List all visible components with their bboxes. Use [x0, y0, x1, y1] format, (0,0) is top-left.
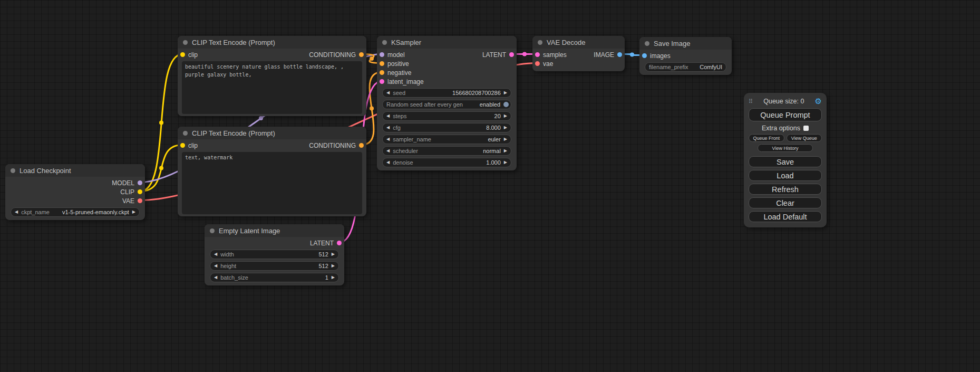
increment-arrow-icon[interactable]: ▶	[504, 91, 507, 95]
vae-input-slot[interactable]	[535, 61, 540, 66]
decrement-arrow-icon[interactable]: ◀	[386, 149, 390, 153]
queue-front-button[interactable]: Queue Front	[749, 134, 784, 142]
decrement-arrow-icon[interactable]: ◀	[386, 114, 390, 118]
node-title-bar[interactable]: Save Image	[639, 37, 732, 50]
drag-handle-icon[interactable]: ⠿	[749, 98, 753, 105]
graph-canvas[interactable]: Load Checkpoint MODEL CLIP VAE	[0, 0, 980, 372]
seed-widget[interactable]: ◀ seed 156680208700286 ▶	[382, 88, 511, 98]
node-title-bar[interactable]: VAE Decode	[532, 36, 625, 49]
positive-prompt-textarea[interactable]: beautiful scenery nature glass bottle la…	[182, 61, 362, 114]
increment-arrow-icon[interactable]: ▶	[504, 149, 507, 153]
save-button[interactable]: Save	[749, 156, 822, 167]
batch-size-widget[interactable]: ◀ batch_size 1 ▶	[210, 273, 339, 282]
sampler-name-widget[interactable]: ◀ sampler_name euler ▶	[382, 135, 511, 144]
conditioning-output-slot[interactable]	[359, 52, 364, 57]
input-label-clip: clip	[188, 142, 198, 149]
latent-output-slot[interactable]	[337, 241, 342, 245]
input-label-samples: samples	[543, 51, 567, 59]
widget-value: v1-5-pruned-emaonly.ckpt	[62, 209, 129, 215]
node-clip-text-encode-negative[interactable]: CLIP Text Encode (Prompt) clip CONDITION…	[178, 127, 366, 216]
node-load-checkpoint[interactable]: Load Checkpoint MODEL CLIP VAE	[5, 164, 145, 220]
decrement-arrow-icon[interactable]: ◀	[386, 160, 390, 165]
toggle-knob[interactable]	[503, 102, 509, 107]
collapse-dot[interactable]	[210, 228, 215, 233]
latent-output-slot[interactable]	[509, 52, 514, 57]
node-vae-decode[interactable]: VAE Decode samples IMAGE vae	[532, 36, 625, 71]
image-output-slot[interactable]	[617, 52, 622, 57]
collapse-dot[interactable]	[645, 41, 649, 46]
settings-gear-icon[interactable]: ⚙	[815, 97, 822, 106]
increment-arrow-icon[interactable]: ▶	[504, 137, 507, 141]
widget-label: steps	[393, 113, 406, 119]
node-title-bar[interactable]: KSampler	[377, 36, 517, 49]
widget-label: seed	[393, 90, 405, 96]
decrement-arrow-icon[interactable]: ◀	[214, 275, 217, 280]
node-title: CLIP Text Encode (Prompt)	[192, 39, 275, 46]
negative-prompt-textarea[interactable]: text, watermark	[182, 152, 362, 214]
collapse-dot[interactable]	[382, 40, 387, 45]
view-history-button[interactable]: View History	[758, 144, 813, 152]
node-title-bar[interactable]: Load Checkpoint	[5, 164, 145, 177]
node-title-bar[interactable]: CLIP Text Encode (Prompt)	[178, 127, 366, 139]
node-empty-latent-image[interactable]: Empty Latent Image LATENT ◀ width 512 ▶ …	[205, 224, 344, 285]
cfg-widget[interactable]: ◀ cfg 8.000 ▶	[382, 123, 511, 132]
collapse-dot[interactable]	[11, 168, 15, 173]
collapse-dot[interactable]	[183, 40, 188, 45]
decrement-arrow-icon[interactable]: ◀	[386, 91, 390, 95]
samples-input-slot[interactable]	[535, 52, 540, 57]
node-title: Save Image	[654, 40, 690, 47]
view-queue-button[interactable]: View Queue	[787, 134, 822, 142]
widget-value: 512	[318, 251, 328, 257]
decrement-arrow-icon[interactable]: ◀	[214, 264, 217, 268]
input-label-positive: positive	[387, 60, 409, 68]
widget-value: ComfyUI	[700, 64, 722, 70]
input-label-model: model	[387, 51, 405, 59]
height-widget[interactable]: ◀ height 512 ▶	[210, 261, 339, 271]
vae-output-slot[interactable]	[138, 198, 142, 203]
node-save-image[interactable]: Save Image images filename_prefix ComfyU…	[639, 37, 732, 75]
negative-input-slot[interactable]	[380, 70, 384, 75]
input-label-negative: negative	[387, 69, 411, 77]
model-output-slot[interactable]	[138, 180, 142, 185]
decrement-arrow-icon[interactable]: ◀	[15, 210, 18, 214]
clear-button[interactable]: Clear	[749, 197, 822, 208]
increment-arrow-icon[interactable]: ▶	[332, 264, 335, 268]
refresh-button[interactable]: Refresh	[749, 184, 822, 195]
random-seed-toggle-widget[interactable]: Random seed after every gen enabled	[382, 100, 511, 109]
clip-input-slot[interactable]	[180, 52, 185, 57]
increment-arrow-icon[interactable]: ▶	[504, 114, 507, 118]
decrement-arrow-icon[interactable]: ◀	[386, 137, 390, 141]
ckpt-name-widget[interactable]: ◀ ckpt_name v1-5-pruned-emaonly.ckpt ▶	[11, 207, 140, 217]
increment-arrow-icon[interactable]: ▶	[332, 275, 335, 280]
collapse-dot[interactable]	[538, 40, 542, 45]
queue-prompt-button[interactable]: Queue Prompt	[749, 108, 822, 121]
positive-input-slot[interactable]	[380, 61, 384, 66]
latent-image-input-slot[interactable]	[380, 79, 384, 84]
load-default-button[interactable]: Load Default	[749, 211, 822, 222]
node-title-bar[interactable]: CLIP Text Encode (Prompt)	[178, 36, 366, 49]
denoise-widget[interactable]: ◀ denoise 1.000 ▶	[382, 158, 511, 167]
node-title: KSampler	[391, 39, 421, 46]
increment-arrow-icon[interactable]: ▶	[332, 252, 335, 256]
scheduler-widget[interactable]: ◀ scheduler normal ▶	[382, 146, 511, 156]
node-clip-text-encode-positive[interactable]: CLIP Text Encode (Prompt) clip CONDITION…	[178, 36, 366, 116]
load-button[interactable]: Load	[749, 170, 822, 181]
clip-output-slot[interactable]	[138, 189, 142, 194]
output-label-latent: LATENT	[482, 51, 506, 59]
increment-arrow-icon[interactable]: ▶	[504, 160, 507, 165]
node-title-bar[interactable]: Empty Latent Image	[205, 224, 344, 237]
increment-arrow-icon[interactable]: ▶	[504, 126, 507, 130]
decrement-arrow-icon[interactable]: ◀	[214, 252, 217, 256]
decrement-arrow-icon[interactable]: ◀	[386, 126, 390, 130]
images-input-slot[interactable]	[642, 53, 647, 58]
node-ksampler[interactable]: KSampler model LATENT positive	[377, 36, 517, 170]
steps-widget[interactable]: ◀ steps 20 ▶	[382, 111, 511, 121]
model-input-slot[interactable]	[380, 52, 384, 57]
filename-prefix-widget[interactable]: filename_prefix ComfyUI	[645, 62, 726, 72]
clip-input-slot[interactable]	[180, 143, 185, 148]
increment-arrow-icon[interactable]: ▶	[132, 210, 135, 214]
conditioning-output-slot[interactable]	[359, 143, 364, 148]
collapse-dot[interactable]	[183, 131, 188, 136]
width-widget[interactable]: ◀ width 512 ▶	[210, 250, 339, 259]
extra-options-checkbox[interactable]	[803, 126, 809, 131]
